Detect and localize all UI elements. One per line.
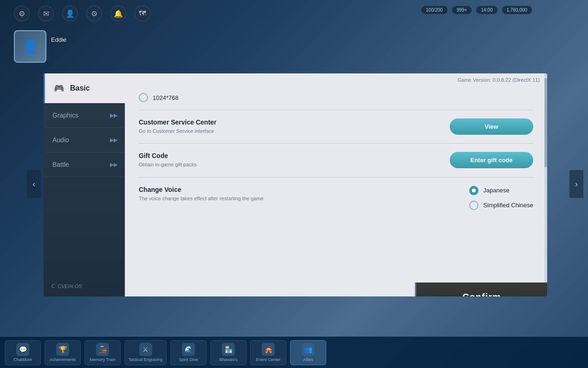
user-icon[interactable]: 👤	[62, 6, 78, 21]
graphics-arrow: ▶▶	[110, 112, 117, 118]
change-voice-info: Change Voice The voice change takes effe…	[139, 186, 460, 202]
content-area: Game Version: 0.0.8.22 (DirectX 11) 1024…	[125, 73, 547, 296]
sidebar-label-basic: Basic	[70, 84, 117, 92]
username-label: Eddie	[51, 36, 66, 43]
allies-icon: 👥	[302, 343, 315, 356]
gift-code-desc: Obtain in-game gift packs	[139, 161, 440, 168]
map-icon[interactable]: 🗺	[135, 6, 150, 21]
scroll-thumb[interactable]	[544, 78, 547, 167]
sidebar-item-audio[interactable]: Audio ▶▶	[44, 128, 125, 152]
hud-item-1: 100/200	[421, 6, 448, 14]
sidebar-label-graphics: Graphics	[52, 112, 105, 119]
basic-icon: 🎮	[52, 82, 65, 95]
taskbar-item-tactical[interactable]: ⚔ Tactical Engraving	[124, 340, 167, 365]
voice-radio-group: Japanese Simplified Chinese	[469, 186, 533, 210]
hud-item-4: 1,760,000	[502, 6, 533, 14]
enter-gift-code-button[interactable]: Enter gift code	[450, 152, 533, 168]
taskbar-item-memory-train[interactable]: 🚂 Memory Train	[84, 340, 121, 365]
sidebar-item-graphics[interactable]: Graphics ▶▶	[44, 103, 125, 128]
mail-icon[interactable]: ✉	[38, 6, 54, 21]
settings-modal: 🎮 Basic Graphics ▶▶ Audio ▶▶ Battle ▶▶ ꓚ…	[44, 73, 547, 296]
customer-service-desc: Go to Customer Service interface	[139, 128, 440, 135]
sidebar-item-battle[interactable]: Battle ▶▶	[44, 152, 125, 177]
customer-service-info: Customer Service Center Go to Customer S…	[139, 118, 440, 135]
taskbar-item-chatmore[interactable]: 💬 ChatMore	[5, 340, 41, 365]
memory-train-icon: 🚂	[96, 343, 109, 356]
event-center-icon: 🎪	[262, 343, 275, 356]
taskbar-item-spirit-dive[interactable]: 🌊 Spirit Dive	[170, 340, 207, 365]
resolution-row: 1024*768	[139, 89, 533, 110]
avatar: 👤	[14, 30, 46, 63]
taskbar-item-allies[interactable]: 👥 Allies	[290, 340, 326, 365]
taskbar-label-allies: Allies	[303, 357, 313, 362]
taskbar-label-event-center: Event Center	[256, 357, 281, 362]
japanese-option[interactable]: Japanese	[469, 186, 533, 195]
hud-item-2: 999+	[452, 6, 472, 14]
achievements-icon: 🏆	[56, 343, 69, 356]
simplified-chinese-label: Simplified Chinese	[483, 202, 533, 209]
japanese-radio[interactable]	[469, 186, 478, 195]
nav-arrow-right[interactable]: ›	[569, 170, 583, 198]
tactical-icon: ⚔	[139, 343, 152, 356]
gift-code-row: Gift Code Obtain in-game gift packs Ente…	[139, 144, 533, 177]
taskbar-label-achievements: Achievements	[50, 357, 76, 362]
sidebar-label-battle: Battle	[52, 161, 105, 168]
customer-service-control: View	[450, 118, 533, 135]
taskbar-item-bhavanis[interactable]: 🏪 Bhavani's	[210, 340, 246, 365]
logo-icon: ꓚ	[51, 283, 55, 289]
sidebar-logo: ꓚ CVEIN OS	[44, 276, 125, 296]
top-right-hud: 100/200 999+ 14:00 1,760,000	[421, 6, 532, 14]
change-voice-row: Change Voice The voice change takes effe…	[139, 177, 533, 218]
resolution-radio[interactable]	[139, 93, 148, 102]
change-voice-desc: The voice change takes effect after rest…	[139, 195, 460, 202]
bottom-taskbar: 💬 ChatMore 🏆 Achievements 🚂 Memory Train…	[0, 336, 588, 368]
spirit-dive-icon: 🌊	[182, 343, 195, 356]
resolution-label: 1024*768	[153, 94, 179, 101]
top-toolbar: ⚙ ✉ 👤 ⚙ 🔔 🗺	[14, 6, 150, 21]
taskbar-label-memory-train: Memory Train	[90, 357, 115, 362]
menu-icon[interactable]: ⚙	[86, 6, 102, 21]
taskbar-label-bhavanis: Bhavani's	[220, 357, 238, 362]
change-voice-title: Change Voice	[139, 186, 460, 193]
chatmore-icon: 💬	[16, 343, 29, 356]
gift-code-info: Gift Code Obtain in-game gift packs	[139, 152, 440, 168]
sidebar-item-basic[interactable]: 🎮 Basic	[44, 73, 125, 103]
confirm-button[interactable]: Confirm	[415, 283, 547, 296]
game-version: Game Version: 0.0.8.22 (DirectX 11)	[125, 73, 547, 85]
hud-item-3: 14:00	[476, 6, 498, 14]
taskbar-item-achievements[interactable]: 🏆 Achievements	[45, 340, 81, 365]
gift-code-title: Gift Code	[139, 152, 440, 159]
sidebar: 🎮 Basic Graphics ▶▶ Audio ▶▶ Battle ▶▶ ꓚ…	[44, 73, 125, 296]
taskbar-label-tactical: Tactical Engraving	[129, 357, 162, 362]
japanese-label: Japanese	[483, 187, 509, 194]
customer-service-row: Customer Service Center Go to Customer S…	[139, 110, 533, 144]
bhavanis-icon: 🏪	[222, 343, 235, 356]
gift-code-control: Enter gift code	[450, 152, 533, 168]
scroll-indicator	[544, 73, 547, 296]
battle-arrow: ▶▶	[110, 162, 117, 168]
sidebar-label-audio: Audio	[52, 136, 105, 144]
taskbar-label-spirit-dive: Spirit Dive	[179, 357, 198, 362]
taskbar-item-event-center[interactable]: 🎪 Event Center	[250, 340, 286, 365]
audio-arrow: ▶▶	[110, 137, 117, 143]
nav-arrow-left[interactable]: ‹	[27, 170, 41, 198]
resolution-option[interactable]: 1024*768	[139, 93, 179, 102]
view-button[interactable]: View	[450, 118, 533, 135]
customer-service-title: Customer Service Center	[139, 118, 440, 126]
confirm-label: Confirm	[462, 292, 501, 297]
notification-icon[interactable]: 🔔	[110, 6, 126, 21]
logo-text: CVEIN OS	[58, 283, 82, 289]
simplified-chinese-radio[interactable]	[469, 201, 478, 210]
taskbar-label-chatmore: ChatMore	[13, 357, 32, 362]
change-voice-control: Japanese Simplified Chinese	[469, 186, 533, 210]
simplified-chinese-option[interactable]: Simplified Chinese	[469, 201, 533, 210]
settings-icon[interactable]: ⚙	[14, 6, 30, 21]
content-body: 1024*768 Customer Service Center Go to C…	[125, 85, 547, 296]
